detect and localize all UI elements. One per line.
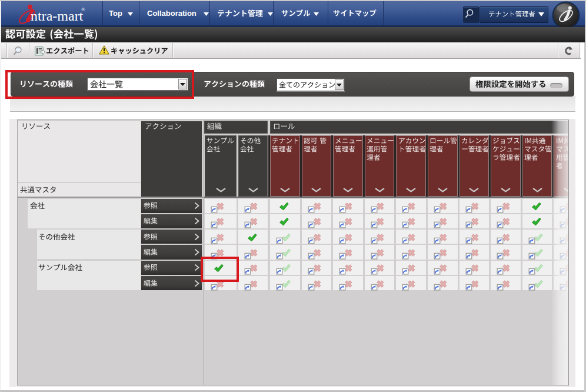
svg-text:®: ®	[81, 6, 85, 12]
svg-text:ntra-mart: ntra-mart	[31, 8, 84, 24]
